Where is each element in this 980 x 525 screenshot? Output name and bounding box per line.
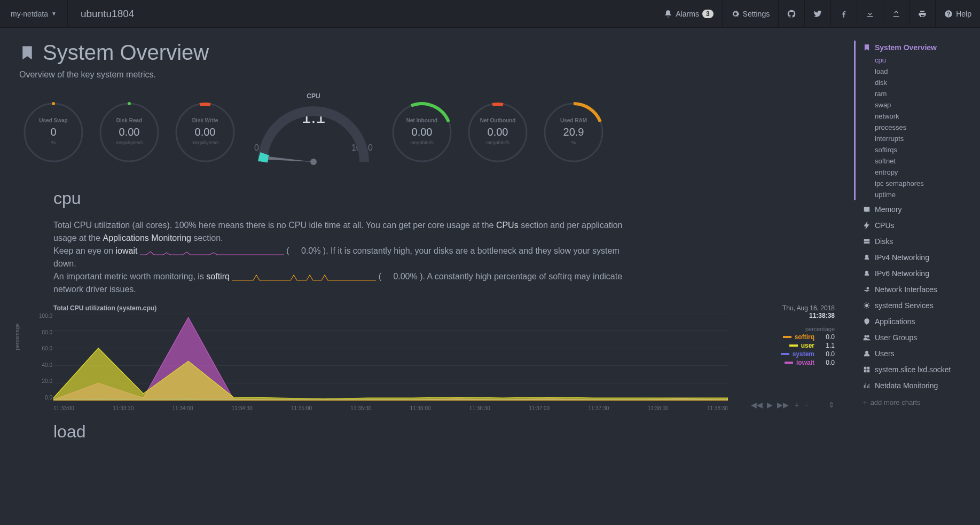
chart-x-axis: 11:33:0011:33:3011:34:0011:34:3011:35:00… [53,405,728,411]
hostname: ubuntu1804 [68,8,147,20]
svg-point-6 [310,159,317,165]
sidebar-item-ipv6-networking[interactable]: IPv6 Networking [863,267,974,280]
sidebar-sub-disk[interactable]: disk [863,77,974,88]
section-icon [863,350,871,357]
upload-button[interactable] [883,0,909,27]
section-icon [863,270,871,277]
gauge-used-swap[interactable]: Used Swap 0 % [19,98,88,167]
section-icon [863,382,871,389]
legend-row[interactable]: iowait0.0 [733,359,835,366]
sidebar-sub-network[interactable]: network [863,111,974,122]
sidebar-item-system-slice-lxd-socket[interactable]: system.slice lxd.socket [863,363,974,377]
desc-text: section. [193,233,223,242]
sidebar-item-disks[interactable]: Disks [863,234,974,248]
gauge-net-outbound[interactable]: Net Outbound 0.00 megabits/s [464,98,532,167]
gauge-disk-read[interactable]: Disk Read 0.00 megabytes/s [95,98,163,167]
gauge-value: 20.9 [539,126,608,138]
sidebar-sub-uptime[interactable]: uptime [863,189,974,200]
svg-point-3 [128,102,131,105]
legend-row[interactable]: user1.1 [733,342,835,349]
gauge-net-inbound[interactable]: Net Inbound 0.00 megabits/s [388,98,456,167]
twitter-icon [813,10,822,18]
gauge-value: 0.00 [388,126,456,138]
svg-point-1 [52,102,55,105]
sidebar-item-netdata-monitoring[interactable]: Netdata Monitoring [863,379,974,393]
desc-text: ). If it is constantly high, your disks … [53,246,620,268]
rewind-icon[interactable]: ◀◀ [751,401,763,410]
sidebar-item-user-groups[interactable]: User Groups [863,331,974,344]
gauge-label: Net Inbound [388,117,456,123]
gauges-row: Used Swap 0 % Disk Read 0.00 megabytes/s… [19,92,835,173]
desc-text: An important metric worth monitoring, is [53,272,206,281]
section-cpu-desc: Total CPU utilization (all cores). 100% … [19,219,628,296]
gauge-label: Used RAM [539,117,608,123]
brand-label: my-netdata [11,10,48,18]
sidebar-item-users[interactable]: Users [863,347,974,361]
sidebar-label: Disks [875,237,893,246]
zoom-out-icon[interactable]: − [805,401,809,410]
gauge-units: megabits/s [388,140,456,145]
settings-button[interactable]: Settings [722,0,779,27]
help-label: Help [956,10,971,18]
sidebar-item-memory[interactable]: Memory [863,202,974,216]
upload-icon [892,10,900,18]
legend-row[interactable]: softirq0.0 [733,333,835,341]
sidebar-item-ipv4-networking[interactable]: IPv4 Networking [863,250,974,264]
gauge-label: Disk Read [95,117,163,123]
alarms-button[interactable]: Alarms 3 [655,0,722,27]
legend-swatch [789,344,798,347]
facebook-link[interactable] [830,0,857,27]
gauge-disk-write[interactable]: Disk Write 0.00 megabytes/s [171,98,239,167]
gauge-label: Net Outbound [464,117,532,123]
sidebar-sub-ipc-semaphores[interactable]: ipc semaphores [863,178,974,189]
resize-icon[interactable]: ⇕ [828,401,835,410]
sidebar-item-network-interfaces[interactable]: Network Interfaces [863,283,974,296]
sidebar-item-cpus[interactable]: CPUs [863,218,974,232]
cpu-chart[interactable]: Total CPU utilization (system.cpu) perce… [19,304,835,411]
legend-value: 0.0 [818,333,835,341]
gauge-units: megabits/s [464,140,532,145]
forward-icon[interactable]: ▶▶ [777,401,789,410]
sidebar-item-systemd-services[interactable]: systemd Services [863,299,974,312]
desc-text: ( [286,246,299,255]
legend-swatch [783,336,791,338]
link-apps-monitoring[interactable]: Applications Monitoring [103,233,191,242]
sidebar-label: system.slice lxd.socket [875,365,951,374]
legend-header: percentage [733,326,835,332]
sidebar-item-system-overview[interactable]: System Overview [863,41,974,54]
section-icon [863,318,871,325]
print-button[interactable] [909,0,935,27]
section-icon [863,254,871,261]
sidebar-sub-processes[interactable]: processes [863,122,974,133]
help-button[interactable]: Help [935,0,980,27]
sidebar-item-applications[interactable]: Applications [863,315,974,328]
sidebar-sub-softirqs[interactable]: softirqs [863,144,974,155]
sidebar-sub-cpu[interactable]: cpu [863,54,974,66]
legend-row[interactable]: system0.0 [733,350,835,358]
github-link[interactable] [778,0,804,27]
facebook-icon [840,10,848,18]
sidebar-sub-entropy[interactable]: entropy [863,167,974,178]
download-button[interactable] [857,0,883,27]
alarms-label: Alarms [676,10,699,18]
legend-value: 0.0 [818,359,835,366]
zoom-in-icon[interactable]: ＋ [793,401,801,410]
gauge-value: 0.00 [464,126,532,138]
sidebar-sub-load[interactable]: load [863,66,974,77]
sidebar-sub-softnet[interactable]: softnet [863,155,974,167]
sidebar-sub-swap[interactable]: swap [863,99,974,111]
link-cpus[interactable]: CPUs [496,221,519,230]
play-icon[interactable]: ▶ [767,401,773,410]
add-more-charts[interactable]: ＋ add more charts [854,395,974,411]
sidebar-sub-ram[interactable]: ram [863,88,974,99]
legend-name: system [793,350,814,358]
sidebar-label: CPUs [875,221,895,230]
plus-icon: ＋ [861,398,871,406]
gauge-cpu-main[interactable]: CPU 1.1 0.0 100.0 % [247,92,380,173]
gauge-used-ram[interactable]: Used RAM 20.9 % [539,98,608,167]
chart-plot-area[interactable] [53,313,728,401]
brand-dropdown[interactable]: my-netdata ▼ [0,0,68,27]
gauge-label: Disk Write [171,117,239,123]
sidebar-sub-interrupts[interactable]: interrupts [863,133,974,144]
twitter-link[interactable] [804,0,830,27]
